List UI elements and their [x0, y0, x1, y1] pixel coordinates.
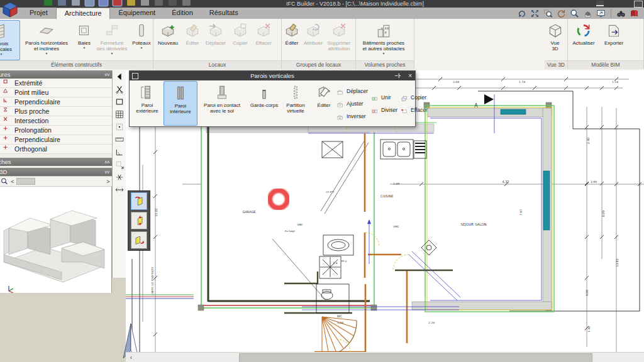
tab-projet[interactable]: Projet: [21, 8, 56, 19]
preview-scrollbar[interactable]: < >: [0, 176, 112, 187]
snap-item-perpendiculaire[interactable]: Perpendiculaire: [0, 97, 112, 107]
scroll-thumb[interactable]: [239, 353, 592, 362]
maximize-button[interactable]: [634, 1, 643, 8]
dropdown-arrow-icon[interactable]: ▼: [111, 52, 114, 55]
dialog-button-unir[interactable]: Unir: [369, 91, 399, 103]
wall-align-right-button[interactable]: [131, 231, 147, 249]
salon-walls[interactable]: [412, 106, 554, 312]
grid-button[interactable]: [114, 109, 125, 119]
dialog-button-d-placer[interactable]: Déplacer: [335, 85, 369, 97]
horizontal-scrollbar[interactable]: ‹: [126, 352, 644, 362]
scissors-button[interactable]: [114, 84, 125, 94]
tab-architecture[interactable]: Architecture: [56, 8, 111, 19]
tab-résultats[interactable]: Résultats: [201, 8, 247, 19]
dialog-button-diviser[interactable]: Diviser: [369, 104, 399, 116]
ribbon-button--diter[interactable]: Éditer: [282, 20, 302, 60]
zoom-button[interactable]: [570, 9, 579, 18]
minimize-button[interactable]: [596, 1, 604, 6]
qa-codes-icon[interactable]: [113, 0, 121, 6]
drawing-canvas[interactable]: GARAGECUISINESEJOUR SALONWCVMCEu GageVMC…: [126, 70, 644, 362]
fullscreen-button[interactable]: [596, 9, 606, 18]
scroll-thumb[interactable]: [16, 178, 35, 185]
ribbon-button-baies[interactable]: Baies▼: [73, 20, 96, 60]
parois-verticales-dialog[interactable]: Parois verticales × ParoiextérieureParoi…: [129, 70, 416, 127]
ribbon-button-parois-horizontales-et-inclin-es[interactable]: Parois horizontales et inclinées▼: [20, 20, 73, 60]
dialog-button-copier[interactable]: Copier: [399, 91, 429, 103]
scroll-left-arrow[interactable]: ‹: [127, 353, 135, 361]
qa-ifc-edit-icon[interactable]: [99, 0, 108, 6]
snap-item-orthogonal[interactable]: Orthogonal: [0, 145, 112, 154]
qa-save-icon[interactable]: [44, 0, 52, 6]
ribbon-button-actualiser[interactable]: Actualiser: [568, 20, 599, 60]
ribbon-button-parois-verticales[interactable]: Parois verticales▼: [0, 20, 20, 60]
orbit-button[interactable]: [517, 9, 526, 18]
dialog-button-paroi-en-contact-avec-le-sol[interactable]: Paroi en contactavec le sol: [197, 81, 247, 126]
snap-item-prolongation[interactable]: Prolongation: [0, 126, 112, 135]
qa-redo-icon[interactable]: [72, 0, 80, 6]
panel-header-vue3d[interactable]: Vue 3D ∨∨: [0, 168, 112, 176]
collapse-button[interactable]: [114, 72, 125, 82]
ribbon-button-fermeture-des-d-nivel-s[interactable]: Fermeture des dénivelés▼: [96, 20, 128, 60]
snap-item-point-milieu[interactable]: Point milieu: [0, 88, 112, 97]
close-icon[interactable]: ×: [408, 71, 412, 80]
qa-marker-icon[interactable]: [169, 0, 177, 6]
ribbon-button-supprimer-attribution[interactable]: Supprimer attribution: [325, 20, 353, 60]
garage-room[interactable]: [201, 122, 374, 308]
ribbon-button-exporter[interactable]: Exporter: [599, 20, 628, 60]
dialog-button-garde-corps[interactable]: Garde-corps: [247, 81, 282, 126]
zoom-extents-button[interactable]: [530, 9, 540, 18]
grid-move-button[interactable]: [114, 160, 125, 170]
dropdown-arrow-icon[interactable]: ▼: [45, 52, 48, 55]
preview-3d-pane[interactable]: [0, 187, 112, 297]
qa-undo-icon[interactable]: [58, 0, 66, 6]
ribbon-button-effacer[interactable]: Effacer: [252, 20, 275, 60]
help-book-button[interactable]: [630, 9, 639, 18]
pan-button[interactable]: [583, 9, 592, 18]
qa-ifc-import-icon[interactable]: [86, 0, 94, 6]
ruler-button[interactable]: [114, 134, 125, 145]
tab-équipement[interactable]: Équipement: [110, 8, 164, 19]
ribbon-button-b-timents-proches-et-autres-obstacles[interactable]: Bâtiments proches et autres obstacles▼: [356, 20, 411, 60]
scroll-right-arrow[interactable]: >: [104, 178, 112, 185]
zoom-window-button[interactable]: [543, 9, 553, 18]
qa-minus-icon[interactable]: [155, 0, 163, 6]
dialog-button-editer[interactable]: Éditer: [313, 81, 335, 126]
dialog-button-paroi-ext-rieure[interactable]: Paroiextérieure: [131, 81, 164, 126]
ortho-dot-button[interactable]: [114, 122, 125, 132]
qa-box-icon[interactable]: [141, 0, 149, 6]
wall-align-center-button[interactable]: [131, 212, 147, 229]
dialog-button-paroi-int-rieure[interactable]: Paroiintérieure: [164, 81, 197, 126]
pin-icon[interactable]: [394, 72, 401, 79]
ribbon-button-copier[interactable]: Copier: [229, 20, 252, 60]
dialog-button-partition-virtuelle[interactable]: Partitionvirtuelle: [282, 81, 309, 126]
dropdown-arrow-icon[interactable]: ▼: [140, 46, 143, 50]
qa-dropdown-icon[interactable]: [182, 0, 191, 6]
ribbon-button-nouveau[interactable]: Nouveau: [153, 20, 182, 60]
wall-align-left-button[interactable]: [131, 192, 147, 210]
ribbon-button-poteaux[interactable]: Poteaux▼: [128, 20, 153, 60]
app-logo-icon[interactable]: [1, 0, 19, 18]
rect-button[interactable]: [114, 97, 125, 107]
panel-header-captures[interactable]: Captures ∨∨: [0, 70, 112, 79]
ribbon-button-d-placer[interactable]: Déplacer: [203, 20, 229, 60]
snap-item-extr-mit-[interactable]: Extrémité: [0, 79, 112, 88]
qa-layers-icon[interactable]: [127, 0, 135, 6]
redraw-button[interactable]: [557, 9, 566, 18]
tab-édition[interactable]: Édition: [164, 8, 201, 19]
search-button[interactable]: [616, 9, 626, 18]
dialog-title-bar[interactable]: Parois verticales ×: [130, 71, 415, 80]
dialog-button-ajuster[interactable]: Ajuster: [335, 97, 369, 109]
snap-item-plus-proche[interactable]: Plus proche: [0, 107, 112, 116]
panel-header-couches[interactable]: Couches ∧∧: [0, 158, 112, 166]
restore-icon[interactable]: [132, 73, 138, 79]
cut-x-button[interactable]: [114, 172, 125, 182]
ribbon-button-attribuer[interactable]: Attribuer: [302, 20, 325, 60]
snap-item-intersection[interactable]: Intersection: [0, 116, 112, 126]
scroll-left-arrow[interactable]: <: [9, 178, 16, 185]
axis-button[interactable]: [114, 185, 125, 195]
dropdown-arrow-icon[interactable]: ▼: [382, 52, 386, 55]
zoom-icon[interactable]: [0, 177, 9, 185]
dropdown-arrow-icon[interactable]: ▼: [0, 52, 3, 56]
angle-button[interactable]: [114, 147, 125, 157]
dropdown-arrow-icon[interactable]: ▼: [83, 46, 86, 50]
